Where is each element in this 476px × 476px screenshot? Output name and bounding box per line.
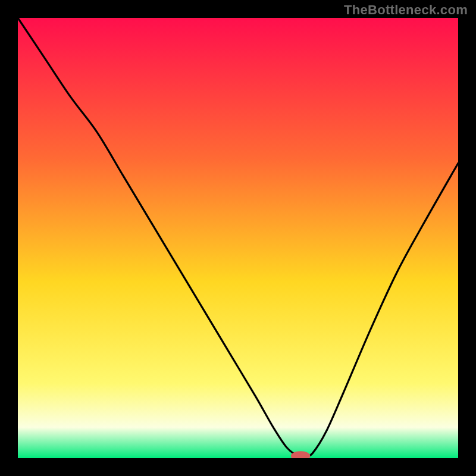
plot-area [18,18,458,458]
chart-frame: TheBottleneck.com [0,0,476,476]
watermark-text: TheBottleneck.com [344,2,468,18]
gradient-background [18,18,458,458]
plot-svg [18,18,458,458]
